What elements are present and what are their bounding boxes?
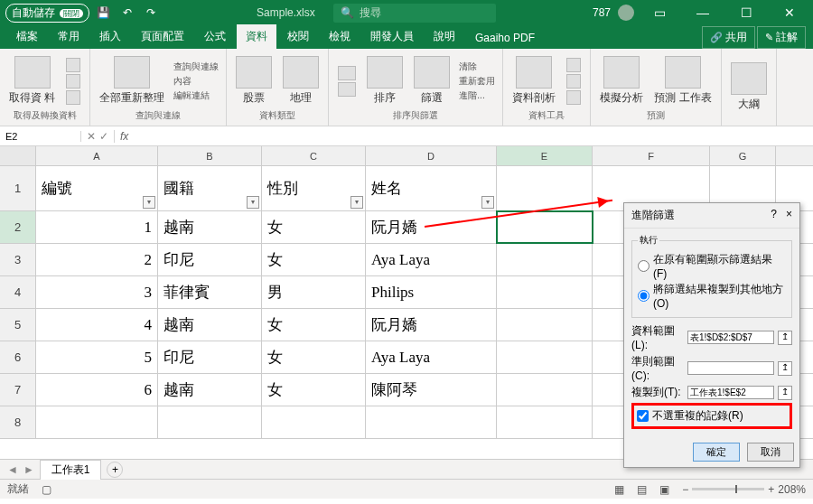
cell-D2[interactable]: 阮月嬌 [366,211,497,243]
cell-B3[interactable]: 印尼 [158,244,262,275]
list-range-input[interactable] [687,331,774,344]
close-icon[interactable]: ✕ [771,5,808,20]
ok-button[interactable]: 確定 [693,443,740,462]
fx-label[interactable]: fx [114,130,134,143]
whatif-button[interactable]: 模擬分析 [598,54,645,107]
clear-filter-item[interactable]: 清除 [459,60,495,74]
zoom-in-icon[interactable]: + [768,483,774,496]
name-box[interactable]: E2 [0,131,81,142]
range-picker-icon[interactable]: ↥ [778,386,792,400]
col-header-E[interactable]: E [497,146,593,165]
search-box[interactable]: 🔍 搜尋 [333,4,496,23]
cell-B1[interactable]: 國籍▾ [158,166,262,210]
col-header-C[interactable]: C [262,146,366,165]
cell-C8[interactable] [262,406,366,438]
tab-developer[interactable]: 開發人員 [361,24,423,49]
properties-item[interactable]: 內容 [173,74,219,89]
copy-to-input[interactable] [687,386,774,399]
cell-A7[interactable]: 6 [36,374,158,406]
cell-C6[interactable]: 女 [262,341,366,373]
cell-E3[interactable] [497,244,593,275]
cell-E7[interactable] [497,374,593,406]
cell-C1[interactable]: 性別▾ [262,166,366,210]
sort-button[interactable]: 排序 [365,54,405,107]
edit-links-item[interactable]: 編輯連結 [173,89,219,103]
cell-C3[interactable]: 女 [262,244,366,275]
geography-button[interactable]: 地理 [281,54,321,107]
advanced-item[interactable]: 進階... [459,89,495,103]
row-header-5[interactable]: 5 [0,309,36,341]
refresh-all-button[interactable]: 全部重新整理 [98,54,166,107]
cell-D6[interactable]: Aya Laya [366,341,497,373]
cell-D8[interactable] [366,406,497,438]
redo-icon[interactable]: ↷ [142,6,160,19]
col-header-D[interactable]: D [366,146,497,165]
radio-copy[interactable] [638,290,649,302]
cancel-formula-icon[interactable]: ✕ [87,130,96,143]
tab-help[interactable]: 說明 [425,24,464,49]
row-header-2[interactable]: 2 [0,211,36,243]
filter-dropdown-icon[interactable]: ▾ [350,196,363,209]
row-header-4[interactable]: 4 [0,276,36,308]
filter-button[interactable]: 篩選 [412,54,452,107]
cell-B6[interactable]: 印尼 [158,341,262,373]
cell-A5[interactable]: 4 [36,309,158,341]
col-header-F[interactable]: F [593,146,710,165]
tab-file[interactable]: 檔案 [7,24,47,49]
queries-item[interactable]: 查詢與連線 [173,60,219,74]
tab-formulas[interactable]: 公式 [195,24,235,49]
cell-A3[interactable]: 2 [36,244,158,275]
text-to-columns-button[interactable]: 資料剖析 [510,54,557,107]
row-header-7[interactable]: 7 [0,374,36,406]
radio-inplace[interactable] [638,260,649,272]
share-button[interactable]: 🔗 共用 [702,26,755,49]
col-header-G[interactable]: G [710,146,776,165]
view-normal-icon[interactable]: ▦ [614,483,624,496]
col-header-B[interactable]: B [158,146,262,165]
dialog-help-icon[interactable]: ? [771,208,777,220]
enter-formula-icon[interactable]: ✓ [99,130,108,143]
sheet-nav-next-icon[interactable]: ► [23,463,34,476]
cell-D5[interactable]: 阮月嬌 [366,309,497,341]
cell-D1[interactable]: 姓名▾ [366,166,497,210]
range-picker-icon[interactable]: ↥ [778,361,792,376]
cell-E2[interactable] [497,211,593,243]
row-header-1[interactable]: 1 [0,166,36,210]
save-icon[interactable]: 💾 [95,6,113,19]
get-data-button[interactable]: 取得資 料 [7,54,57,107]
tab-view[interactable]: 檢視 [320,24,360,49]
undo-icon[interactable]: ↶ [118,6,136,19]
tab-data[interactable]: 資料 [237,24,276,49]
zoom-slider[interactable] [692,488,764,490]
tab-review[interactable]: 校閱 [278,24,318,49]
cell-A8[interactable] [36,406,158,438]
cell-E8[interactable] [497,406,593,438]
sort-az-button[interactable] [336,64,358,98]
cell-C7[interactable]: 女 [262,374,366,406]
comment-button[interactable]: ✎ 註解 [757,26,806,49]
select-all-corner[interactable] [0,146,36,165]
unique-records-checkbox[interactable] [637,410,649,422]
tab-insert[interactable]: 插入 [90,24,130,49]
cell-C5[interactable]: 女 [262,309,366,341]
cell-E5[interactable] [497,309,593,341]
filter-dropdown-icon[interactable]: ▾ [481,196,494,209]
cell-A1[interactable]: 編號▾ [36,166,158,210]
cell-D4[interactable]: Philips [366,276,497,308]
cell-A6[interactable]: 5 [36,341,158,373]
cell-B8[interactable] [158,406,262,438]
maximize-icon[interactable]: ☐ [728,5,764,20]
cell-B7[interactable]: 越南 [158,374,262,406]
criteria-range-input[interactable] [687,361,774,375]
sheet-nav-prev-icon[interactable]: ◄ [7,463,18,476]
filter-dropdown-icon[interactable]: ▾ [247,196,259,209]
cell-D7[interactable]: 陳阿琴 [366,374,497,406]
cell-A4[interactable]: 3 [36,276,158,308]
cell-C2[interactable]: 女 [262,211,366,243]
tab-home[interactable]: 常用 [49,24,89,49]
stocks-button[interactable]: 股票 [234,54,274,107]
outline-button[interactable]: 大綱 [729,61,769,114]
cell-E4[interactable] [497,276,593,308]
row-header-6[interactable]: 6 [0,341,36,373]
tab-gaaiho[interactable]: Gaaiho PDF [466,27,544,49]
